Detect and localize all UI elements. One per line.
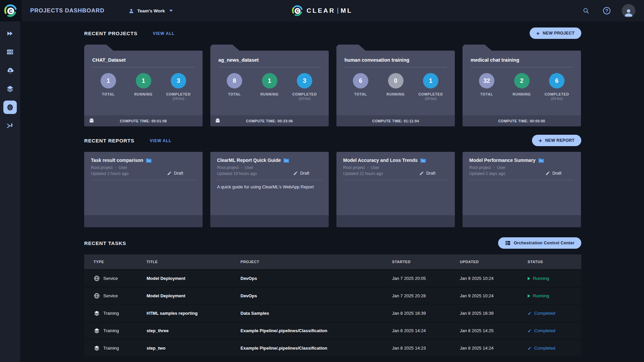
table-body: Service Model Deployment DevOps Jan 7 20… (84, 270, 581, 356)
col-started: STARTED (392, 260, 460, 264)
task-started: Jan 7 2025 20:28 (392, 293, 460, 298)
report-status: Draft (293, 171, 309, 176)
project-stat-completed: 6 COMPLETED (24 hrs) (541, 73, 572, 101)
divider (92, 67, 195, 67)
report-card[interactable]: Model Accuracy and Loss Trends Root proj… (336, 152, 455, 227)
sidebar-item-getting-started[interactable] (3, 27, 17, 40)
report-card-footer (84, 215, 203, 227)
task-project: DevOps (240, 293, 392, 298)
task-started: Jan 8 2025 14:24 (392, 328, 460, 333)
new-project-button[interactable]: + NEW PROJECT (530, 27, 581, 39)
project-stat-running: 2 RUNNING (506, 73, 537, 101)
clearml-logo-mark: C (291, 5, 304, 17)
task-type-cell: Service (94, 275, 147, 282)
report-folder-icon (146, 158, 152, 163)
report-card[interactable]: ClearML Report Quick Guide Root project … (210, 152, 329, 227)
main-content: RECENT PROJECTS VIEW ALL + NEW PROJECT C… (20, 21, 644, 362)
new-report-button[interactable]: + NEW REPORT (532, 135, 581, 146)
completed-label: COMPLETED (541, 92, 572, 96)
globe-icon (94, 275, 100, 282)
task-row[interactable]: Service Model Deployment DevOps Jan 7 20… (84, 270, 581, 287)
total-count-badge: 6 (353, 73, 368, 88)
folder-tab (210, 45, 240, 51)
task-title: step_three (147, 328, 240, 333)
running-count-badge: 2 (514, 73, 530, 88)
task-project: DevOps (240, 276, 392, 281)
total-label: TOTAL (471, 92, 502, 96)
project-name: medical chat training (463, 51, 581, 63)
completed-count-badge: 1 (423, 73, 438, 88)
report-folder-icon (283, 158, 289, 163)
orchestration-control-center-button[interactable]: Orchestration Control Center (498, 237, 581, 249)
ghost-icon (215, 118, 221, 125)
report-card[interactable]: Task result comparison Root project User… (84, 152, 203, 227)
pencil-icon (545, 171, 550, 176)
pencil-icon (293, 171, 298, 176)
project-stat-running: 1 RUNNING (254, 73, 285, 101)
recent-reports-header: RECENT REPORTS VIEW ALL + NEW REPORT (84, 135, 581, 146)
completed-sublabel: (24 hrs) (163, 97, 194, 101)
sidebar-item-pipelines[interactable] (3, 119, 17, 132)
task-row[interactable]: Training step_two Example Pipeline/.pipe… (84, 340, 581, 356)
task-status: Completed (534, 311, 555, 316)
compute-time: COMPUTE TIME: 00:33:06 (246, 119, 293, 123)
project-card[interactable]: CHAT_Dataset 1 TOTAL 1 RUNNING (84, 51, 203, 126)
help-button[interactable]: ? (601, 5, 612, 16)
sidebar-item-cloud[interactable] (3, 64, 17, 77)
pipeline-icon (6, 122, 14, 130)
sidebar-item-projects[interactable] (3, 101, 17, 114)
report-meta: Root project User (210, 165, 329, 170)
search-icon (583, 7, 589, 14)
project-card[interactable]: medical chat training 32 TOTAL 2 RUNNING (463, 51, 581, 126)
recent-projects-title: RECENT PROJECTS (84, 31, 138, 36)
clearml-logo-icon[interactable]: C (0, 0, 21, 21)
report-meta: Root project User (336, 165, 455, 170)
workspace-selector[interactable]: Team's Work (128, 8, 172, 14)
cloud-gear-icon (6, 66, 14, 74)
project-stat-running: 0 RUNNING (380, 73, 411, 101)
task-type: Service (103, 293, 118, 298)
completed-count-badge: 3 (171, 73, 186, 88)
task-status-cell: ✓ Completed (528, 346, 581, 351)
project-card[interactable]: ag_news_dataset 8 TOTAL 1 RUNNING (210, 51, 329, 126)
clearml-logo-mark: C (4, 4, 18, 18)
new-report-label: NEW REPORT (545, 138, 575, 143)
search-button[interactable] (580, 5, 592, 16)
report-description (336, 180, 455, 184)
recent-reports-row: Task result comparison Root project User… (84, 152, 581, 227)
task-status: Running (533, 276, 549, 281)
total-count-badge: 1 (101, 73, 116, 88)
reports-view-all-link[interactable]: VIEW ALL (150, 138, 172, 143)
projects-view-all-link[interactable]: VIEW ALL (153, 31, 175, 36)
layers-icon (94, 327, 100, 334)
globe-icon (94, 293, 100, 299)
task-row[interactable]: Training step_three Example Pipeline/.pi… (84, 322, 581, 339)
report-updated: Updated 19 hours ago (217, 171, 257, 176)
server-icon (505, 240, 511, 246)
task-updated: Jan 8 2025 14:25 (460, 328, 528, 333)
task-row[interactable]: Training HTML samples reporting Data Sam… (84, 305, 581, 321)
task-row[interactable]: Service Model Deployment DevOps Jan 7 20… (84, 288, 581, 304)
project-stat-completed: 3 COMPLETED (24 hrs) (163, 73, 194, 101)
task-type-cell: Training (94, 310, 147, 316)
report-card-footer (336, 215, 455, 227)
pencil-icon (419, 171, 424, 176)
sidebar-item-datasets[interactable] (3, 82, 17, 96)
project-name: human convesation training (336, 51, 455, 63)
completed-count-badge: 6 (549, 73, 565, 88)
project-card[interactable]: human convesation training 6 TOTAL 0 RUN… (336, 51, 455, 126)
project-card-footer: COMPUTE TIME: 00:33:06 (210, 115, 329, 126)
sidebar-item-workers-queues[interactable] (3, 45, 17, 59)
report-card[interactable]: Model Performance Summary Root project U… (463, 152, 581, 227)
running-label: RUNNING (506, 92, 537, 96)
total-count-badge: 8 (227, 73, 242, 88)
task-updated: Jan 8 2025 14:24 (460, 346, 528, 351)
profile-button[interactable] (622, 4, 635, 17)
task-status: Completed (534, 346, 555, 351)
task-status: Running (533, 293, 549, 298)
report-status: Draft (419, 171, 435, 176)
table-header: TYPE TITLE PROJECT STARTED UPDATED STATU… (84, 254, 581, 269)
running-count-badge: 1 (136, 73, 151, 88)
col-updated: UPDATED (460, 260, 528, 264)
orchestration-label: Orchestration Control Center (514, 241, 575, 245)
